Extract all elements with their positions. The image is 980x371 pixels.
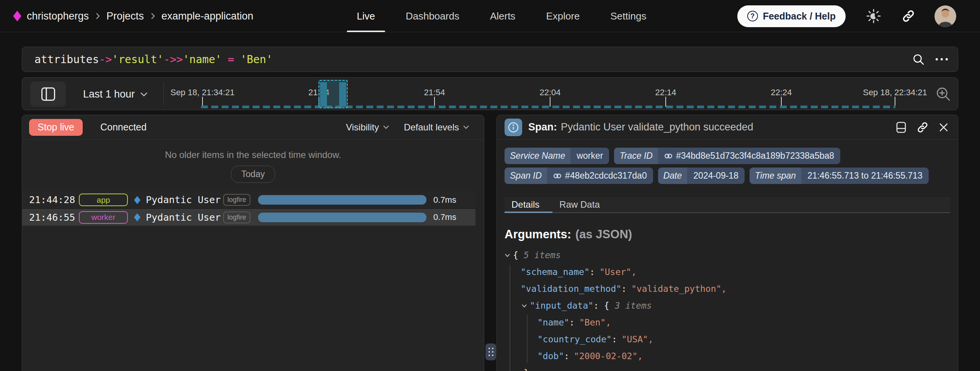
breadcrumb-org[interactable]: christophergs (27, 10, 89, 22)
timeline-span-bar (339, 82, 346, 107)
default-levels-dropdown[interactable]: Default levels (404, 122, 469, 133)
service-badge: app (79, 194, 128, 206)
json-entry: "name": "Ben", (505, 314, 958, 331)
duration-value: 0.7ms (433, 195, 456, 205)
query-attr: attributes (34, 53, 99, 66)
query-more-menu-icon[interactable] (934, 56, 949, 63)
timeline-start-label: Sep 18, 21:34:21 (170, 88, 235, 98)
chevron-down-icon (463, 125, 469, 129)
service-badge: worker (79, 211, 128, 224)
timeline-tick-label: 22:04 (539, 88, 560, 98)
json-colon: : (590, 267, 595, 277)
tab-explore[interactable]: Explore (536, 0, 590, 32)
row-timestamp: 21:44:28 (29, 194, 74, 205)
copy-link-icon[interactable] (916, 121, 929, 133)
theme-toggle-icon[interactable] (865, 7, 882, 25)
log-row-selected[interactable]: 21:46:55 worker Pydantic User logfire 0.… (22, 208, 475, 226)
trace-id-badge[interactable]: Trace ID #34bd8e51d73c3f4c8a189b72338a5b… (614, 148, 840, 164)
search-icon[interactable] (912, 53, 925, 66)
badge-label: Service Name (505, 148, 570, 164)
stop-live-button[interactable]: Stop live (29, 119, 83, 136)
json-key: "validation_method" (521, 284, 621, 294)
breadcrumb: christophergs Projects example-applicati… (13, 0, 253, 32)
close-icon[interactable] (939, 122, 949, 132)
tab-dashboards[interactable]: Dashboards (396, 0, 469, 32)
log-rows: 21:44:28 app Pydantic User logfire 0.7ms… (22, 191, 484, 226)
timeline-selection-window[interactable] (318, 80, 348, 108)
breadcrumb-project[interactable]: example-application (162, 10, 253, 22)
time-range-label: Last 1 hour (83, 88, 135, 100)
user-avatar[interactable] (934, 5, 956, 27)
collapse-chevron-icon[interactable] (505, 253, 511, 257)
split-view-icon[interactable] (896, 121, 906, 133)
live-panel-header: Stop live Connected Visibility Default l… (22, 115, 484, 140)
main-tabs: Live Dashboards Alerts Explore Settings (347, 0, 667, 32)
query-key: 'name' (183, 53, 222, 66)
span-diamond-icon (134, 213, 140, 221)
feedback-help-label: Feedback / Help (763, 11, 836, 22)
timeline-zoom-in-icon[interactable] (935, 86, 952, 103)
badge-label: Date (658, 168, 688, 184)
tab-alerts[interactable]: Alerts (480, 0, 525, 32)
json-value: "2000-02-02", (574, 351, 643, 361)
log-row[interactable]: 21:44:28 app Pydantic User logfire 0.7ms (22, 191, 475, 208)
duration-value: 0.7ms (433, 212, 456, 222)
arguments-heading-note: (as JSON) (575, 228, 632, 241)
span-label: Span: (528, 121, 557, 133)
feedback-help-button[interactable]: ? Feedback / Help (737, 5, 846, 27)
span-name: Pydantic User (146, 212, 222, 223)
chevron-right-icon (95, 12, 100, 20)
duration-bar (258, 195, 426, 205)
collapse-chevron-icon[interactable] (521, 304, 528, 308)
visibility-dropdown[interactable]: Visibility (346, 122, 389, 133)
badge-value: #48eb2cdcdc317da0 (547, 168, 653, 184)
span-name: Pydantic User (146, 194, 222, 205)
time-range-dropdown[interactable]: Last 1 hour (83, 78, 148, 111)
indent-guide (510, 265, 510, 371)
share-link-icon[interactable] (902, 9, 915, 23)
json-item-count: 3 items (615, 301, 652, 311)
timeline-span-bar (320, 82, 327, 107)
tab-details[interactable]: Details (510, 197, 541, 212)
json-colon: : (564, 351, 569, 361)
breadcrumb-projects[interactable]: Projects (106, 10, 144, 22)
tab-settings[interactable]: Settings (601, 0, 657, 32)
empty-window-message: No older items in the selected time wind… (22, 150, 484, 160)
badge-label: Span ID (505, 168, 547, 184)
today-button[interactable]: Today (231, 166, 275, 183)
json-value: "validate_python", (631, 284, 727, 294)
default-levels-label: Default levels (404, 122, 459, 133)
scope-tag: logfire (223, 194, 250, 206)
badge-value: worker (570, 148, 609, 164)
json-item-count: 5 items (524, 250, 561, 260)
json-key: "dob" (537, 351, 564, 361)
time-range-bar: Last 1 hour Sep 18, 21:34:21 21:44 21:54… (22, 77, 958, 110)
json-entry: "validation_method": "validate_python", (505, 280, 958, 297)
span-title: Pydantic User validate_python succeeded (561, 121, 753, 133)
logfire-logo-diamond-icon[interactable] (13, 11, 21, 21)
timeline-tick-label: 21:54 (424, 88, 445, 98)
json-colon: : (612, 334, 617, 344)
query-input[interactable]: attributes->'result'->>'name'='Ben' (22, 47, 958, 72)
span-id-value: #48eb2cdcdc317da0 (565, 171, 647, 181)
tab-live[interactable]: Live (347, 0, 385, 32)
json-nested-object-line: "input_data": { 3 items (505, 297, 958, 314)
tab-raw-data[interactable]: Raw Data (558, 197, 601, 212)
span-panel-header: Span: Pydantic User validate_python succ… (497, 115, 958, 140)
timeline-tick-label: 22:14 (655, 88, 676, 98)
span-id-badge[interactable]: Span ID #48eb2cdcdc317da0 (505, 168, 653, 184)
json-value: "USA", (622, 334, 653, 344)
panel-resize-handle[interactable] (485, 343, 496, 360)
divider (163, 82, 164, 105)
badge-value: 21:46:55.713 to 21:46:55.713 (801, 168, 929, 184)
sidebar-toggle-button[interactable] (30, 81, 66, 107)
date-badge: Date 2024-09-18 (658, 168, 745, 184)
chevron-down-icon (383, 125, 389, 129)
live-view-panel: Stop live Connected Visibility Default l… (22, 115, 484, 371)
duration-bar (258, 213, 426, 222)
badge-value: 2024-09-18 (687, 168, 745, 184)
json-tree: { 5 items "schema_name": "User", "valida… (505, 247, 958, 371)
json-key: "input_data" (530, 301, 593, 311)
json-brace: } (524, 368, 529, 371)
timeline-tick-label: 22:24 (771, 88, 792, 98)
